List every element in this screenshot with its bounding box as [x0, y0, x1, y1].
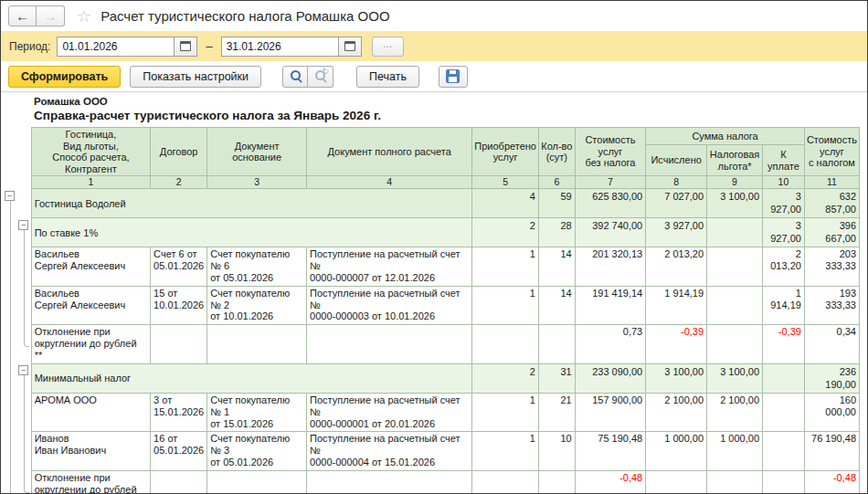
- cell-col5: [472, 471, 539, 493]
- cell-col4: Поступление на расчетный счет № 0000-000…: [307, 286, 472, 325]
- group-label: Гостиница Водолей: [31, 189, 472, 218]
- tree-collapse-icon[interactable]: −: [18, 365, 28, 375]
- cell-col8: -0,39: [646, 325, 707, 364]
- find-next-button[interactable]: ↻: [308, 66, 333, 88]
- cell-col9: [707, 286, 763, 325]
- cell-col9: [707, 325, 763, 364]
- cell-col10: [763, 471, 805, 493]
- col-number-9: 9: [707, 176, 763, 189]
- cell-col6: 10: [538, 432, 575, 471]
- cell-col5: 1: [472, 247, 539, 287]
- report-table: Гостиница, Вид льготы, Способ расчета, К…: [3, 127, 860, 493]
- period-label: Период:: [9, 40, 50, 53]
- report-table-body: −Гостиница Водолей459625 830,007 027,003…: [3, 189, 860, 493]
- tree-gutter-cell: [3, 286, 17, 325]
- save-button[interactable]: [439, 66, 468, 88]
- col-header-contract: Договор: [151, 128, 207, 176]
- period-to-input[interactable]: [221, 37, 338, 57]
- back-button[interactable]: ←: [8, 5, 37, 26]
- cell-col7: 0,73: [575, 325, 646, 364]
- tree-gutter-cell: [17, 247, 32, 287]
- cell-col7: 75 190,48: [575, 432, 646, 471]
- period-to-calendar-button[interactable]: [338, 37, 362, 57]
- save-floppy-icon: [446, 69, 460, 83]
- cell-col2: [151, 325, 207, 364]
- find-next-icon: ↻: [313, 69, 327, 83]
- generate-button[interactable]: Сформировать: [8, 66, 121, 88]
- cell-col4: Поступление на расчетный счет № 0000-000…: [307, 247, 472, 287]
- col-header-cost-without-tax: Стоимость услуг без налога: [575, 128, 646, 176]
- period-from-input[interactable]: [57, 37, 174, 57]
- cell-col5: 1: [472, 393, 539, 432]
- cell-col8: 1 914,19: [646, 286, 707, 325]
- cell-col8: [646, 471, 707, 493]
- cell-col7: 191 419,14: [575, 286, 646, 325]
- show-settings-button[interactable]: Показать настройки: [130, 66, 261, 88]
- cell-col8: 1 000,00: [646, 432, 707, 471]
- tree-gutter-cell: [17, 189, 32, 218]
- cell-col1: АРОМА ООО: [31, 393, 150, 432]
- col-number-4: 4: [307, 176, 472, 189]
- table-row: Васильев Сергей Алексеевич15 от 10.01.20…: [3, 286, 860, 325]
- cell-col11: 632 857,00: [804, 189, 859, 218]
- tree-gutter-cell: [3, 247, 17, 287]
- cell-col2: 16 от 05.01.2026: [151, 432, 207, 471]
- cell-col6: 28: [538, 218, 575, 247]
- forward-button[interactable]: →: [37, 5, 65, 26]
- cell-col4: Поступление на расчетный счет № 0000-000…: [307, 432, 472, 471]
- col-number-7: 7: [575, 176, 646, 189]
- cell-col4: [307, 325, 472, 364]
- period-from-calendar-button[interactable]: [174, 37, 197, 57]
- cell-col6: 14: [538, 286, 575, 325]
- cell-col6: [538, 325, 575, 364]
- cell-col2: 15 от 10.01.2026: [151, 286, 207, 325]
- col-header-purchased: Приобретено услуг: [472, 128, 539, 176]
- cell-col8: 2 013,20: [646, 247, 707, 287]
- table-row: Иванов Иван Иванович16 от 05.01.2026Счет…: [3, 432, 860, 471]
- cell-col5: 4: [472, 189, 539, 218]
- cell-col1: Отклонение при округлении до рублей **: [31, 471, 150, 493]
- search-button[interactable]: [282, 66, 308, 88]
- tree-collapse-icon[interactable]: −: [18, 220, 28, 230]
- cell-col3: Счет покупателю № 2 от 10.01.2026: [207, 286, 307, 325]
- cell-col6: 59: [538, 189, 575, 218]
- cell-col8: 3 100,00: [646, 363, 707, 393]
- cell-col8: 3 927,00: [646, 218, 707, 247]
- cell-col3: Счет покупателю № 1 от 15.01.2026: [207, 393, 307, 432]
- organization-name: Ромашка ООО: [34, 96, 860, 107]
- forward-arrow-icon: →: [44, 8, 58, 24]
- tree-collapse-icon[interactable]: −: [5, 191, 15, 201]
- favorite-star-icon[interactable]: ☆: [77, 8, 91, 25]
- cell-col1: Васильев Сергей Алексеевич: [31, 247, 150, 287]
- cell-col6: [538, 471, 575, 493]
- cell-col5: 2: [472, 218, 539, 247]
- tree-gutter-cell: [3, 471, 17, 493]
- cell-col3: Счет покупателю № 3 от 05.01.2026: [207, 432, 307, 471]
- cell-col4: Поступление на расчетный счет № 0000-000…: [307, 393, 472, 432]
- col-number-10: 10: [763, 176, 805, 189]
- table-row: Отклонение при округлении до рублей **0,…: [3, 325, 860, 364]
- period-options-button[interactable]: ...: [372, 37, 404, 57]
- cell-col11: 396 667,00: [804, 218, 859, 247]
- print-button[interactable]: Печать: [356, 66, 419, 88]
- cell-col10: 3 927,00: [763, 189, 805, 218]
- group-label: Минимальный налог: [31, 363, 472, 393]
- col-header-full-calc-doc: Документ полного расчета: [307, 128, 472, 176]
- cell-col11: 76 190,48: [804, 432, 859, 471]
- col-number-1: 1: [31, 176, 150, 189]
- tree-gutter-cell: [17, 471, 32, 493]
- cell-col3: [207, 471, 307, 493]
- cell-col10: 1 914,19: [763, 286, 805, 325]
- cell-col10: 2 013,20: [763, 247, 805, 287]
- cell-col3: Счет покупателю № 6 от 05.01.2026: [207, 247, 307, 287]
- cell-col6: 21: [538, 393, 575, 432]
- tree-gutter-cell: −: [3, 189, 17, 218]
- group-row: −По ставке 1%228392 740,003 927,003 927,…: [3, 218, 860, 247]
- period-dash: –: [206, 39, 212, 53]
- title-bar: ← → ☆ Расчет туристического налога Ромаш…: [1, 1, 867, 31]
- cell-col11: 0,34: [804, 325, 859, 364]
- cell-col10: [763, 393, 805, 432]
- tree-gutter-cell: [3, 218, 17, 247]
- nav-buttons: ← →: [8, 5, 65, 26]
- cell-col5: [472, 325, 539, 364]
